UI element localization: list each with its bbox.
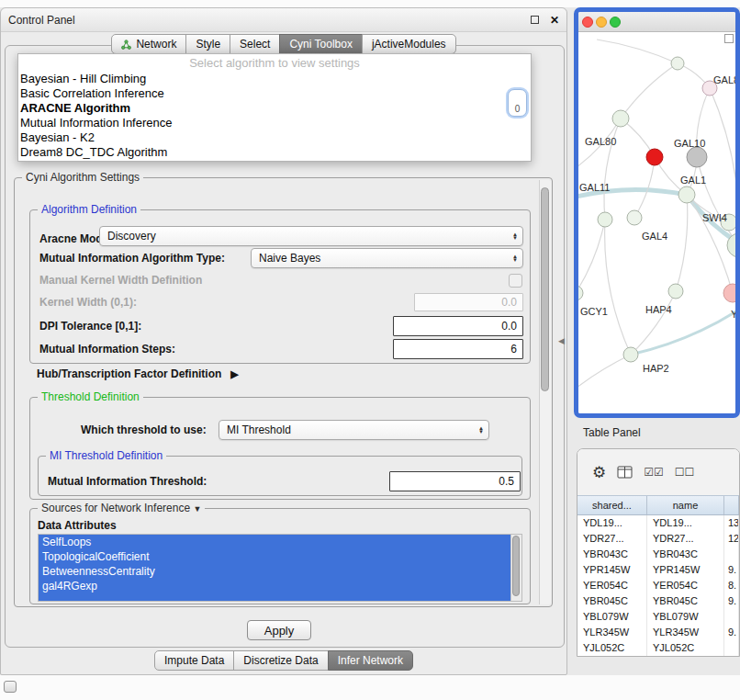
which-threshold-select[interactable]: MI Threshold ▲▼ — [219, 420, 489, 440]
tab-label: Infer Network — [338, 654, 403, 667]
deselect-all-columns-icon[interactable]: ☐☐ — [675, 466, 695, 479]
network-edge[interactable] — [697, 157, 735, 245]
network-node[interactable] — [627, 210, 642, 225]
focused-spinner[interactable]: 0 — [508, 89, 527, 117]
table-cell: YER054C — [647, 578, 724, 593]
apply-button[interactable]: Apply — [247, 620, 311, 640]
table-cell: YDR27... — [647, 531, 724, 547]
tab-jactivemodules[interactable]: jActiveModules — [362, 34, 456, 54]
aracne-mode-select[interactable]: Discovery ▲▼ — [99, 226, 523, 246]
algorithm-option-dream8-dc-tdc-algorithm[interactable]: Dream8 DC_TDC Algorithm — [18, 145, 531, 160]
table-row[interactable]: YPR145WYPR145W9. — [577, 562, 739, 578]
mi-steps-label: Mutual Information Steps: — [39, 343, 175, 356]
table-cell — [724, 640, 739, 656]
network-node[interactable] — [687, 147, 707, 167]
algorithm-option-bayesian-k2[interactable]: Bayesian - K2 — [18, 130, 531, 145]
tab-select[interactable]: Select — [230, 34, 280, 54]
algorithm-definition-group: Algorithm Definition Aracne Mode: Discov… — [29, 209, 531, 364]
table-cell: YPR145W — [577, 562, 647, 578]
table-cell: YDL19... — [647, 515, 724, 531]
attribute-item-betweennesscentrality[interactable]: BetweennessCentrality — [39, 564, 510, 579]
network-graph: GAL8GAL80GAL10GAL11GAL1SWI4GAL4GCY1HAP4H… — [578, 32, 735, 413]
bottom-tab-infer-network[interactable]: Infer Network — [328, 650, 413, 671]
control-panel-titlebar: Control Panel ✕ — [1, 8, 566, 32]
dpi-tolerance-input[interactable]: 0.0 — [393, 316, 523, 336]
list-scrollbar-thumb[interactable] — [512, 536, 520, 596]
float-window-icon[interactable] — [531, 16, 539, 24]
combo-arrows-icon: ▲▼ — [512, 254, 518, 263]
network-node[interactable] — [668, 284, 683, 299]
network-edge[interactable] — [578, 355, 631, 390]
network-edge[interactable] — [621, 63, 678, 119]
tab-network[interactable]: Network — [111, 34, 186, 54]
attribute-item-gal4rgexp[interactable]: gal4RGexp — [39, 579, 510, 593]
attribute-item-topologicalcoefficient[interactable]: TopologicalCoefficient — [39, 549, 510, 564]
algorithm-option-bayesian-hill-climbing[interactable]: Bayesian - Hill Climbing — [18, 72, 531, 86]
table-row[interactable]: YBR043CYBR043C — [577, 547, 739, 562]
column-header-partial[interactable] — [724, 496, 739, 514]
settings-scrollbar[interactable] — [539, 180, 551, 604]
table-cell: YBR045C — [577, 593, 647, 609]
column-header-shared[interactable]: shared... — [577, 496, 647, 514]
algorithm-option-mutual-information-inference[interactable]: Mutual Information Inference — [18, 116, 531, 130]
mi-steps-input[interactable]: 6 — [393, 339, 523, 359]
hub-definition-toggle[interactable]: Hub/Transcription Factor Definition ▶ — [37, 367, 239, 380]
bottom-tab-impute-data[interactable]: Impute Data — [154, 650, 234, 671]
combo-arrows-icon: ▲▼ — [478, 426, 484, 435]
bottom-tab-discretize-data[interactable]: Discretize Data — [233, 650, 328, 671]
zoom-traffic-light[interactable] — [610, 17, 621, 28]
kernel-width-input[interactable]: 0.0 — [414, 293, 523, 311]
list-scrollbar[interactable] — [510, 535, 521, 601]
network-edge[interactable] — [687, 195, 733, 293]
attribute-item-selfloops[interactable]: SelfLoops — [39, 535, 510, 549]
network-node[interactable] — [671, 57, 684, 70]
sources-group-toggle[interactable]: Sources for Network Inference ▼ — [38, 502, 205, 514]
table-cell: 9. — [724, 593, 739, 609]
algorithm-option-basic-correlation-inference[interactable]: Basic Correlation Inference — [18, 86, 531, 101]
column-browser-icon[interactable] — [617, 466, 633, 479]
gear-icon[interactable]: ⚙ — [592, 465, 606, 480]
column-header-name[interactable]: name — [647, 496, 724, 514]
table-row[interactable]: YLR345WYLR345W9. — [577, 625, 739, 640]
network-node[interactable] — [646, 149, 663, 165]
table-row[interactable]: YDL19...YDL19...13 — [577, 515, 739, 531]
attribute-item-partial[interactable] — [39, 593, 510, 602]
table-row[interactable]: YJL052CYJL052C — [577, 640, 739, 656]
table-cell: YJL052C — [577, 640, 647, 656]
data-attributes-label: Data Attributes — [38, 519, 117, 532]
network-node[interactable] — [723, 284, 735, 302]
network-edge[interactable] — [676, 195, 688, 291]
expand-arrow-icon: ▶ — [230, 368, 238, 380]
network-node[interactable] — [612, 110, 629, 127]
network-node[interactable] — [598, 212, 612, 227]
network-node[interactable] — [623, 347, 638, 362]
table-row[interactable]: YER054CYER054C8. — [577, 578, 739, 593]
network-edge[interactable] — [578, 220, 605, 293]
mi-threshold-label: Mutual Information Threshold: — [48, 475, 207, 488]
table-cell — [724, 609, 739, 625]
network-node[interactable] — [678, 186, 695, 203]
table-row[interactable]: YBL079WYBL079W — [577, 609, 739, 625]
mi-threshold-input[interactable]: 0.5 — [389, 471, 521, 491]
table-row[interactable]: YBR045CYBR045C9. — [577, 593, 739, 609]
network-node[interactable] — [578, 286, 583, 300]
table-row[interactable]: YDR27...YDR27...12 — [577, 531, 739, 547]
mi-algorithm-type-select[interactable]: Naive Bayes ▲▼ — [251, 248, 523, 268]
tab-style[interactable]: Style — [185, 34, 230, 54]
select-all-columns-icon[interactable]: ☑☑ — [644, 466, 664, 479]
panel-splitter-handle[interactable]: ◀ — [558, 336, 565, 345]
minimize-traffic-light[interactable] — [596, 17, 607, 28]
close-window-icon[interactable]: ✕ — [550, 14, 559, 27]
network-canvas[interactable]: GAL8GAL80GAL10GAL11GAL1SWI4GAL4GCY1HAP4H… — [578, 32, 735, 413]
network-edge[interactable] — [604, 119, 621, 220]
close-traffic-light[interactable] — [582, 17, 593, 28]
manual-kernel-width-checkbox[interactable] — [509, 274, 522, 288]
network-edge[interactable] — [605, 220, 631, 355]
tab-cyni-toolbox[interactable]: Cyni Toolbox — [279, 34, 362, 54]
network-edge[interactable] — [597, 40, 678, 63]
network-scroll-corner[interactable] — [724, 34, 734, 43]
minimized-panel-icon[interactable] — [4, 681, 17, 693]
node-label-hap4: HAP4 — [645, 304, 672, 315]
settings-scrollbar-thumb[interactable] — [541, 187, 549, 391]
algorithm-option-aracne-algorithm[interactable]: ARACNE Algorithm — [18, 101, 531, 116]
